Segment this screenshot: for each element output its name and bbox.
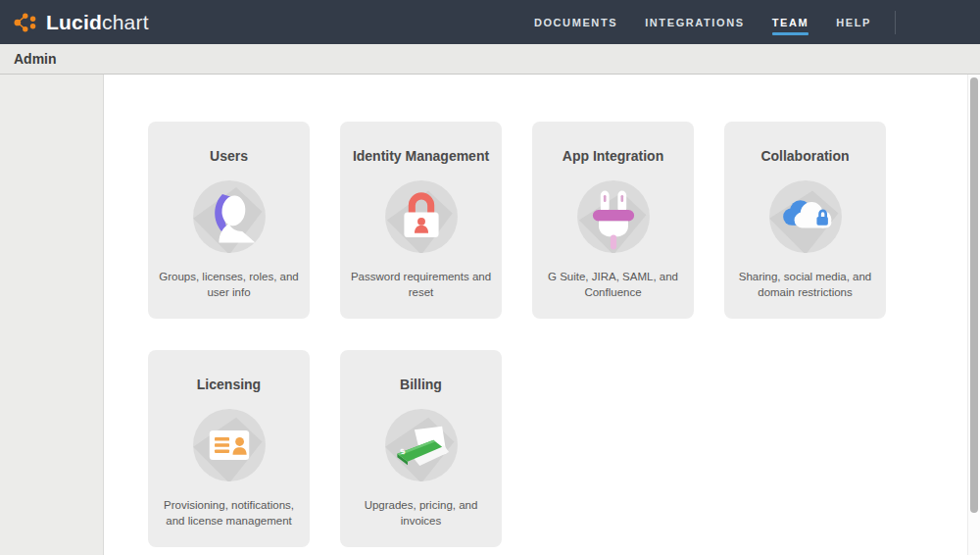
card-licensing[interactable]: Licensing	[148, 350, 310, 547]
page-title: Admin	[14, 51, 57, 67]
main-panel: Users Groups, licenses, roles, and user …	[104, 75, 980, 555]
card-title: Users	[210, 148, 248, 164]
logo-text: Lucidchart	[46, 11, 149, 34]
logo-text-light: chart	[102, 11, 149, 33]
content-area: Users Groups, licenses, roles, and user …	[0, 75, 980, 555]
scrollbar-track[interactable]	[967, 75, 980, 555]
card-description: Provisioning, notifications, and license…	[155, 497, 304, 529]
admin-cards-grid: Users Groups, licenses, roles, and user …	[148, 122, 886, 547]
cloud-lock-icon	[762, 174, 849, 260]
lucid-logo-icon	[13, 10, 38, 35]
card-description: Groups, licenses, roles, and user info	[155, 269, 304, 300]
card-users[interactable]: Users Groups, licenses, roles, and user …	[148, 122, 310, 319]
card-description: G Suite, JIRA, SAML, and Confluence	[539, 269, 688, 300]
nav-item-help[interactable]: HELP	[822, 17, 885, 28]
lucidchart-logo[interactable]: Lucidchart	[0, 10, 149, 35]
users-icon	[186, 174, 272, 260]
card-identity-management[interactable]: Identity Management Password requirement…	[340, 122, 502, 319]
card-title: App Integration	[563, 148, 663, 164]
logo-text-bold: Lucid	[46, 11, 102, 33]
lock-icon	[378, 174, 465, 260]
nav-divider	[895, 11, 896, 34]
card-description: Password requirements and reset	[347, 269, 496, 300]
card-title: Licensing	[197, 377, 261, 392]
nav-item-team[interactable]: TEAM	[759, 17, 823, 28]
sidebar	[0, 75, 104, 555]
card-billing[interactable]: Billing $ Upgrades, pricing, and invoice	[340, 350, 502, 547]
nav-end-spacer	[906, 22, 980, 23]
top-navigation: DOCUMENTS INTEGRATIONS TEAM HELP	[520, 0, 980, 44]
billing-icon: $	[378, 402, 465, 488]
id-card-icon	[186, 402, 272, 488]
nav-item-documents[interactable]: DOCUMENTS	[520, 17, 631, 28]
nav-item-integrations[interactable]: INTEGRATIONS	[631, 17, 759, 28]
card-title: Billing	[400, 377, 442, 392]
page-title-bar: Admin	[0, 44, 980, 75]
card-title: Collaboration	[760, 148, 849, 164]
top-bar: Lucidchart DOCUMENTS INTEGRATIONS TEAM H…	[0, 0, 980, 44]
scrollbar-thumb[interactable]	[970, 77, 978, 513]
plug-icon	[570, 174, 657, 260]
card-collaboration[interactable]: Collaboration	[724, 122, 886, 319]
card-description: Upgrades, pricing, and invoices	[347, 497, 496, 529]
card-description: Sharing, social media, and domain restri…	[731, 269, 880, 300]
card-app-integration[interactable]: App Integration G Suite, J	[532, 122, 694, 319]
card-title: Identity Management	[353, 148, 489, 164]
